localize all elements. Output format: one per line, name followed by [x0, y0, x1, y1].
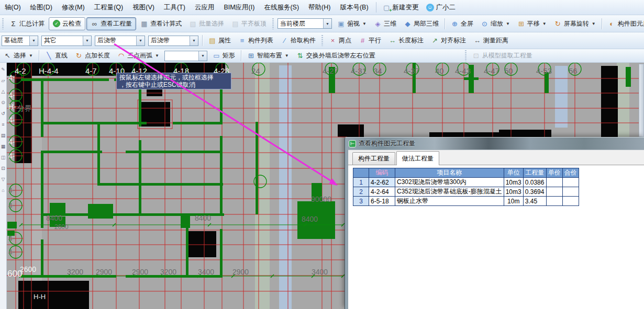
partial-3d-button[interactable]: ◆局部三维 — [401, 18, 442, 30]
pick-component-button[interactable]: ∕拾取构件 — [277, 35, 319, 47]
view-formula-button[interactable]: ▦查看计算式 — [137, 18, 185, 30]
pencil-icon[interactable]: ✎ — [1, 67, 6, 73]
price-cell[interactable] — [546, 178, 562, 187]
quantity-cell[interactable]: 0.0386 — [523, 178, 546, 187]
window-icon[interactable]: ◫ — [1, 155, 6, 161]
category-combo-dropdown[interactable]: ▼ — [83, 36, 91, 45]
assistant-button[interactable]: ☺广小二 — [423, 3, 460, 12]
three-d-button[interactable]: ◈三维 — [371, 18, 399, 30]
column-header-4[interactable]: 单价 — [546, 168, 562, 178]
type-combo-dropdown[interactable]: ▼ — [136, 36, 145, 45]
unit-cell[interactable]: 10m3 — [504, 187, 523, 197]
erase-icon[interactable]: ▱ — [1, 78, 6, 84]
canvas-scrollbar[interactable] — [639, 64, 644, 137]
floor-combo-dropdown[interactable]: ▼ — [29, 36, 38, 45]
price-cell[interactable] — [546, 197, 562, 206]
code-cell[interactable]: 4-2-62 — [369, 178, 395, 187]
align-slab-top-button[interactable]: ▤平齐板顶 — [228, 18, 270, 30]
row-number[interactable]: 1 — [353, 178, 369, 187]
measure-distance-button[interactable]: ↔测量距离 — [470, 35, 512, 47]
unit-cell[interactable]: 10m — [504, 197, 523, 206]
view-quantity-button[interactable]: ∞查看工程量 — [86, 17, 136, 30]
price-cell[interactable] — [546, 187, 562, 197]
code-cell[interactable]: 6-5-18 — [369, 197, 395, 206]
menu-item-0[interactable]: 轴(O) — [0, 2, 26, 14]
two-point-button[interactable]: ×两点 — [326, 35, 354, 47]
cloud-check-button[interactable]: ✓云检查 — [49, 17, 85, 30]
name-cell[interactable]: 钢板止水带 — [395, 197, 504, 206]
quantity-cell[interactable]: 0.3694 — [523, 187, 546, 197]
category-combo[interactable]: 其它▼ — [41, 36, 92, 46]
properties-button[interactable]: ▤属性 — [205, 35, 234, 47]
menu-item-8[interactable]: 在线服务(S) — [259, 2, 304, 14]
arc-combo-dropdown[interactable]: ▼ — [198, 51, 207, 61]
row-number[interactable]: 3 — [353, 197, 369, 206]
total-cell[interactable] — [562, 187, 579, 197]
quantity-cell[interactable]: 3.45 — [523, 197, 546, 206]
column-header-5[interactable]: 合价 — [562, 168, 579, 178]
select-button[interactable]: ↖选择▼ — [1, 50, 36, 62]
three-point-arc-button[interactable]: ◠三点画弧▼ — [114, 50, 162, 62]
floor-combo[interactable]: 基础层▼ — [2, 36, 38, 46]
panel-icon[interactable]: ▤ — [1, 133, 6, 139]
table-row[interactable]: 36-5-18钢板止水带10m3.45 — [353, 197, 579, 206]
element-display-settings-button[interactable]: ◐构件图元显示设置 — [605, 18, 644, 30]
type-combo[interactable]: 后浇带▼ — [95, 36, 145, 46]
menu-item-9[interactable]: 帮助(H) — [304, 2, 335, 14]
straight-line-button[interactable]: ╲直线 — [42, 50, 71, 62]
point-length-button[interactable]: ↻点加长度 — [72, 50, 113, 62]
menu-item-1[interactable]: 绘图(D) — [26, 2, 57, 14]
swap-belt-button[interactable]: ⇅交换外墙后浇带左右位置 — [293, 50, 379, 62]
menu-item-6[interactable]: 云应用 — [190, 2, 219, 14]
menu-item-4[interactable]: 视图(V) — [128, 2, 159, 14]
code-cell[interactable]: 4-2-64 — [369, 187, 395, 197]
menu-item-10[interactable]: 版本号(B) — [335, 2, 373, 14]
element-combo[interactable]: 后浇带▼ — [148, 36, 198, 46]
target-icon[interactable]: ⊙ — [1, 100, 6, 106]
tab-component-quantity[interactable]: 构件工程量 — [352, 152, 395, 165]
table-row[interactable]: 14-2-62C302现浇后浇带墙300内10m30.0386 — [353, 178, 579, 187]
parallel-button[interactable]: #平行 — [356, 35, 384, 47]
triangle-icon[interactable]: △ — [1, 89, 6, 95]
menu-item-3[interactable]: 工程量(Q) — [90, 2, 128, 14]
box-icon[interactable]: ⊡ — [1, 166, 6, 171]
extract-quantity-button[interactable]: ⊡从模型提取工程量 — [469, 50, 536, 62]
down-icon[interactable]: ▽ — [1, 177, 6, 182]
menu-item-2[interactable]: 修改(M) — [57, 2, 90, 14]
screen-rotate-button[interactable]: ↻屏幕旋转▼ — [551, 18, 599, 30]
menu-item-5[interactable]: 工具(T) — [159, 2, 190, 14]
list-icon[interactable]: ≡ — [1, 122, 6, 128]
home-icon[interactable]: ⌂ — [1, 188, 6, 193]
current-floor-combo[interactable]: 当前楼层▼ — [277, 18, 332, 29]
column-header-0[interactable]: 编码 — [369, 168, 395, 178]
menu-item-7[interactable]: BIM应用(I) — [219, 2, 259, 14]
pan-button[interactable]: ⊞平移▼ — [514, 18, 550, 30]
rectangle-button[interactable]: ▭矩形 — [209, 50, 238, 62]
align-dim-button[interactable]: ↗对齐标注 — [428, 35, 469, 47]
total-cell[interactable] — [562, 197, 579, 206]
tab-method-quantity[interactable]: 做法工程量 — [396, 151, 439, 165]
summary-calc-button[interactable]: Σ汇总计算 — [6, 18, 48, 30]
unit-cell[interactable]: 10m3 — [504, 178, 523, 187]
total-cell[interactable] — [562, 178, 579, 187]
column-header-2[interactable]: 单位 — [504, 168, 523, 178]
zoom-button[interactable]: ⊙缩放▼ — [478, 18, 513, 30]
dialog-titlebar[interactable]: ⊢ 查看构件图元工程量 — [345, 138, 644, 150]
undo-icon[interactable]: ↺ — [1, 111, 6, 117]
grid-icon[interactable]: ▦ — [1, 144, 6, 150]
length-dim-button[interactable]: ↔长度标注 — [385, 35, 427, 47]
top-view-button[interactable]: ▣俯视▼ — [334, 18, 370, 30]
fullscreen-button[interactable]: ⊕全屏 — [448, 18, 476, 30]
component-list-button[interactable]: ≡构件列表 — [235, 35, 276, 47]
new-change-button[interactable]: ▢+新建变更 — [379, 3, 423, 12]
column-header-1[interactable]: 项目名称 — [395, 168, 504, 178]
current-floor-combo-dropdown[interactable]: ▼ — [323, 19, 331, 28]
element-combo-dropdown[interactable]: ▼ — [190, 36, 198, 45]
table-row[interactable]: 24-2-64C352现浇后浇带基础底板-膨胀混凝土10m30.3694 — [353, 187, 579, 197]
arc-combo[interactable]: ▼ — [164, 51, 207, 61]
name-cell[interactable]: C352现浇后浇带基础底板-膨胀混凝土 — [395, 187, 504, 197]
row-number[interactable]: 2 — [353, 187, 369, 197]
smart-layout-button[interactable]: ⊞智能布置▼ — [244, 50, 292, 62]
column-header-3[interactable]: 工程量 — [523, 168, 546, 178]
batch-select-button[interactable]: ▧批量选择 — [186, 18, 227, 30]
